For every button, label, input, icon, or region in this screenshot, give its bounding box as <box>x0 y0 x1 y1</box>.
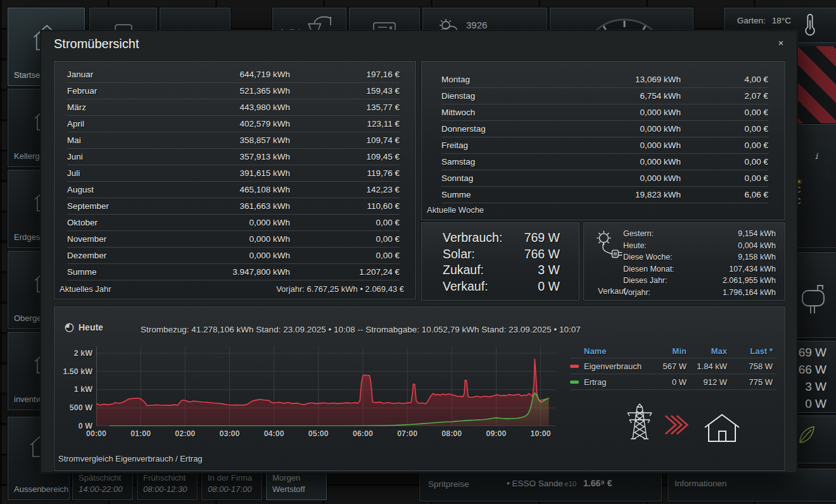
cell-kwh: 0,000 kWh <box>567 141 681 150</box>
cell-label: Solar: <box>443 247 524 261</box>
x-tick-label: 04:00 <box>264 429 284 438</box>
cell-label: Samstag <box>441 157 567 167</box>
cell-label: Januar <box>67 70 182 79</box>
cell-label: Sonntag <box>441 173 567 183</box>
shift-title: In der Firma <box>208 473 252 482</box>
cell-label: Dezember <box>67 251 182 260</box>
cell-value: 107,434 kWh <box>729 265 776 274</box>
table-row: Juli391,615 kWh119,76 € <box>67 165 400 182</box>
table-row: Oktober0,000 kWh0,00 € <box>67 215 400 231</box>
y-tick-label: 2 kW <box>74 349 92 358</box>
cell-label: Juni <box>67 152 182 161</box>
cell-label: Juli <box>67 168 182 178</box>
table-row: Donnerstag0,000 kWh0,00 € <box>441 121 768 137</box>
tile-informationen[interactable]: Informationen <box>668 469 836 501</box>
cell-eur: 2,07 € <box>681 91 768 101</box>
cell-value: 2.061,955 kWh <box>723 276 776 285</box>
table-row: Samstag0,000 kWh0,00 € <box>441 154 768 170</box>
x-tick-label: 02:00 <box>175 429 195 438</box>
month-footer-previous-year: Vorjahr: 6.767,25 kWh • 2.069,43 € <box>276 284 404 294</box>
chart-caption: Stromvergleich Eigenverbrauch / Ertrag <box>58 454 203 463</box>
table-row: Montag13,069 kWh4,00 € <box>441 72 768 88</box>
mailbox-icon <box>799 280 829 318</box>
cell-min: 567 W <box>646 362 687 371</box>
table-row: Mai358,857 kWh109,74 € <box>67 132 400 149</box>
power-pylon-icon <box>624 402 655 441</box>
cell-kwh: 0,000 kWh <box>567 108 681 117</box>
shift-title: Frühschicht <box>143 473 186 482</box>
cell-kwh: 0,000 kWh <box>182 251 290 260</box>
cell-value: 0,004 kWh <box>738 241 776 250</box>
temp-label: Garten: <box>737 16 766 25</box>
x-tick-label: 00:00 <box>86 429 106 438</box>
cell-kwh: 0,000 kWh <box>182 218 290 227</box>
lux-value: 3926 <box>466 20 487 30</box>
table-row[interactable]: Ertrag0 W912 W775 W <box>570 374 776 389</box>
tab-heute[interactable]: Heute <box>65 322 103 332</box>
series-swatch <box>570 365 579 368</box>
cell-eur: 110,60 € <box>290 201 400 211</box>
meter-status-text: Strombezug: 41.278,106 kWh Stand: 23.09.… <box>141 325 581 334</box>
power-plot: 2 kW1.50 kW1 kW500 W0 W 00:0001:0002:000… <box>96 346 555 426</box>
cell-label: November <box>67 234 182 244</box>
cell-eur: 4,00 € <box>681 75 768 84</box>
cell-kwh: 358,857 kWh <box>182 135 290 145</box>
table-row: Dezember0,000 kWh0,00 € <box>67 248 400 264</box>
cell-eur: 142,23 € <box>290 185 400 194</box>
cell-value: 3 W <box>538 263 560 277</box>
table-row: April402,579 kWh123,11 € <box>67 116 400 132</box>
cell-kwh: 6,754 kWh <box>567 91 681 101</box>
cell-label: Vorjahr: <box>623 288 723 297</box>
tile-label: Aussenbereich <box>14 484 68 494</box>
cell-label: Summe <box>67 267 182 277</box>
table-row: Gestern:9,154 kWh <box>623 228 776 240</box>
grid-to-house-flow <box>612 401 785 443</box>
month-footer-label: Aktuelles Jahr <box>60 284 111 294</box>
cell-label: Verkauf: <box>443 279 538 294</box>
plot-canvas <box>96 346 555 426</box>
cell-kwh: 0,000 kWh <box>567 173 681 183</box>
cell-label: Summe <box>441 190 567 199</box>
cell-eur: 0,00 € <box>290 234 400 244</box>
cell-eur: 0,00 € <box>290 251 400 260</box>
tile-spritpreise[interactable]: Spritpreise • ESSO Sande e10 1.66⁹ € <box>419 469 662 501</box>
cell-label: Diese Woche: <box>623 253 738 261</box>
cell-label: August <box>67 185 182 194</box>
cell-kwh: 0,000 kWh <box>567 157 681 167</box>
cell-label: Verbrauch: <box>443 230 524 245</box>
flow-arrows-icon <box>663 412 688 438</box>
cell-label: September <box>67 201 182 211</box>
table-row: Januar644,719 kWh197,16 € <box>67 66 400 83</box>
cell-label: Heute: <box>623 241 738 250</box>
cell-kwh: 465,108 kWh <box>182 185 290 194</box>
table-row: Mittwoch0,000 kWh0,00 € <box>441 104 768 121</box>
cell-label: Mai <box>67 135 182 145</box>
x-tick-label: 10:00 <box>531 429 551 438</box>
close-icon[interactable]: × <box>775 37 787 48</box>
table-row: August465,108 kWh142,23 € <box>67 182 400 198</box>
cell-eur: 123,11 € <box>290 119 400 129</box>
morgen-title: Morgen <box>272 473 300 482</box>
week-table: Montag13,069 kWh4,00 €Dienstag6,754 kWh2… <box>422 61 785 203</box>
monthly-energy-panel: Januar644,719 kWh197,16 €Februar521,365 … <box>54 61 416 299</box>
cell-label: Dieses Jahr: <box>623 276 723 285</box>
table-row: Februar521,365 kWh159,43 € <box>67 83 400 99</box>
info-icon: i <box>815 151 818 161</box>
cell-kwh: 3.947,800 kWh <box>182 267 290 277</box>
cell-label: Dienstag <box>441 91 567 101</box>
week-footer-label: Aktuelle Woche <box>427 205 484 215</box>
table-row[interactable]: Eigenverbrauch567 W1.84 kW758 W <box>570 358 776 374</box>
cell-kwh: 644,719 kWh <box>182 70 290 79</box>
table-row: Dieses Jahr:2.061,955 kWh <box>623 275 776 287</box>
table-row: Diese Woche:9,158 kWh <box>623 251 776 263</box>
cell-label: März <box>67 103 182 112</box>
cell-label: Oktober <box>67 218 182 227</box>
cell-value: 9,154 kWh <box>738 229 776 238</box>
x-tick-label: 06:00 <box>353 429 373 438</box>
cell-eur: 6,06 € <box>681 190 768 199</box>
cell-label: Februar <box>67 86 182 96</box>
cell-eur: 0,00 € <box>681 157 768 167</box>
cell-kwh: 357,913 kWh <box>182 152 290 161</box>
cell-eur: 135,77 € <box>290 103 400 112</box>
cell-kwh: 443,980 kWh <box>182 103 290 112</box>
